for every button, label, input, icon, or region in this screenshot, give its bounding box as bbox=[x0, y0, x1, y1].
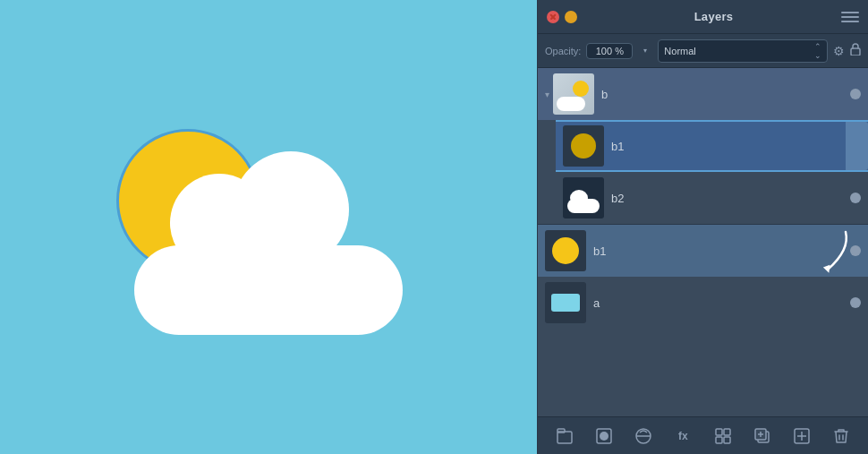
thumbnail-b1-standalone bbox=[545, 230, 586, 271]
thumb-cloud bbox=[557, 97, 585, 111]
thumbnail-b2 bbox=[563, 177, 604, 218]
visibility-dot-b2[interactable] bbox=[850, 193, 861, 203]
svg-rect-0 bbox=[851, 48, 860, 56]
layers-panel: Layers Opacity: 100 % ▾ Normal ⌃⌄ ⚙ ▾ bbox=[537, 0, 868, 454]
active-highlight bbox=[846, 122, 868, 170]
opacity-row: Opacity: 100 % ▾ Normal ⌃⌄ ⚙ bbox=[538, 34, 868, 68]
visibility-dot-b1-standalone[interactable] bbox=[850, 245, 861, 256]
layer-name-b1-active: b1 bbox=[611, 140, 850, 153]
layer-row-b1-standalone[interactable]: b1 bbox=[538, 225, 868, 277]
panel-pause-button[interactable] bbox=[565, 11, 577, 23]
delete-button[interactable] bbox=[829, 424, 854, 449]
svg-rect-2 bbox=[557, 432, 572, 443]
panel-menu-button[interactable] bbox=[841, 10, 859, 24]
cloud-element bbox=[134, 201, 403, 335]
layer-name-b2: b2 bbox=[611, 192, 850, 205]
thumbnail-b1-active bbox=[563, 125, 604, 167]
layer-row-b1-active[interactable]: b1 bbox=[556, 120, 868, 172]
visibility-dot-a[interactable] bbox=[850, 297, 861, 308]
layer-row-a[interactable]: a bbox=[538, 277, 868, 329]
gear-icon[interactable]: ⚙ bbox=[833, 44, 845, 58]
blend-mode-arrows: ⌃⌄ bbox=[814, 42, 821, 60]
thumb-sun-active bbox=[571, 133, 596, 158]
thumb-sun-yellow bbox=[552, 237, 579, 264]
canvas-area bbox=[0, 0, 537, 454]
clip-button[interactable] bbox=[631, 424, 656, 449]
opacity-input[interactable]: 100 % bbox=[586, 43, 633, 59]
layers-list: ▾ b b1 bbox=[538, 68, 868, 416]
thumb-cloud-white bbox=[567, 199, 600, 213]
layer-group-b: ▾ b b1 bbox=[538, 68, 868, 225]
panel-close-button[interactable] bbox=[547, 11, 559, 23]
layer-row-group-b[interactable]: ▾ b bbox=[538, 68, 868, 120]
thumb-sun bbox=[573, 81, 589, 97]
layer-name-a: a bbox=[593, 296, 850, 310]
opacity-label: Opacity: bbox=[545, 46, 581, 56]
thumbnail-a bbox=[545, 282, 586, 323]
blend-mode-label: Normal bbox=[664, 46, 695, 56]
layer-name-b1-standalone: b1 bbox=[593, 244, 850, 258]
blend-mode-dropdown[interactable]: Normal ⌃⌄ bbox=[658, 39, 828, 63]
thumbnail-group-b bbox=[553, 73, 594, 115]
layer-children-b: b1 b2 bbox=[538, 120, 868, 224]
svg-rect-9 bbox=[724, 429, 730, 435]
svg-rect-8 bbox=[716, 429, 722, 435]
new-layer-button[interactable] bbox=[789, 424, 814, 449]
svg-point-5 bbox=[600, 432, 608, 441]
layer-row-b2[interactable]: b2 bbox=[556, 172, 868, 224]
cloud-body bbox=[134, 245, 403, 335]
effects-button[interactable]: fx bbox=[670, 424, 695, 449]
panel-title: Layers bbox=[586, 10, 841, 23]
svg-marker-1 bbox=[823, 265, 832, 274]
thumb-rect bbox=[551, 294, 580, 312]
new-group-button[interactable] bbox=[552, 424, 577, 449]
opacity-dropdown-arrow[interactable]: ▾ bbox=[638, 44, 652, 58]
layer-name-group-b: b bbox=[601, 88, 850, 101]
duplicate-button[interactable] bbox=[750, 424, 775, 449]
visibility-dot-group-b[interactable] bbox=[850, 89, 861, 99]
svg-rect-10 bbox=[716, 437, 722, 443]
panel-header: Layers bbox=[538, 0, 868, 34]
expand-chevron-b[interactable]: ▾ bbox=[545, 90, 549, 99]
lock-icon[interactable] bbox=[850, 43, 861, 58]
panel-footer: fx bbox=[538, 416, 868, 454]
mask-button[interactable] bbox=[591, 424, 617, 449]
weather-scene bbox=[81, 102, 456, 353]
svg-rect-11 bbox=[724, 437, 730, 443]
svg-rect-3 bbox=[557, 429, 565, 433]
fill-button[interactable] bbox=[711, 424, 736, 449]
